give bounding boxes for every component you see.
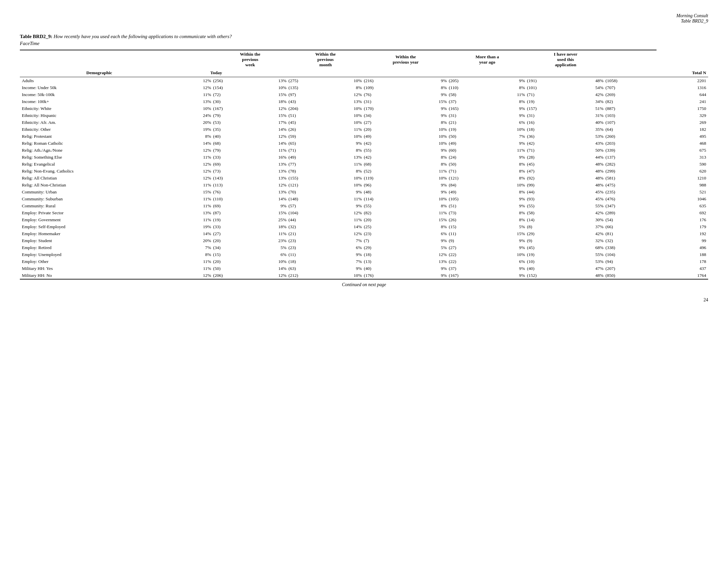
- table-header-top: Within thepreviousweek Within thepreviou…: [20, 50, 708, 69]
- col-header-never: I have neverused thisapplication: [526, 50, 605, 69]
- table-row: Adults12%(256)13%(275)10%(216)9%(205)9%(…: [20, 77, 708, 84]
- table-label: Table BRD2_9:: [20, 34, 52, 39]
- table-row: Income: 100k+13%(30)18%(43)13%(31)15%(37…: [20, 98, 708, 105]
- table-row: Employ: Other11%(20)10%(18)7%(13)13%(22)…: [20, 258, 708, 265]
- brand-name: Morning Consult: [676, 13, 708, 18]
- table-row: Ethnicity: White10%(167)12%(204)10%(170)…: [20, 105, 708, 112]
- table-row: Relig: All Non-Christian11%(113)12%(121)…: [20, 181, 708, 188]
- table-subtitle: FaceTime: [20, 41, 708, 46]
- table-row: Community: Suburban11%(110)14%(148)11%(1…: [20, 195, 708, 202]
- page-number: 24: [20, 298, 708, 303]
- table-row: Community: Urban15%(76)13%(70)9%(48)9%(4…: [20, 188, 708, 195]
- table-row: Relig: Non-Evang. Catholics12%(73)13%(78…: [20, 167, 708, 174]
- col-total-n: Total N: [657, 69, 708, 77]
- footer-continued: Continued on next page: [20, 282, 708, 288]
- data-table: Within thepreviousweek Within thepreviou…: [20, 50, 708, 279]
- table-row: Relig: All Christian12%(143)13%(155)10%(…: [20, 174, 708, 181]
- brand-header: Morning Consult Table BRD2_9: [20, 13, 708, 24]
- table-row: Relig: Something Else11%(33)16%(49)13%(4…: [20, 154, 708, 161]
- table-row: Income: Under 50k12%(154)10%(135)8%(109)…: [20, 84, 708, 91]
- col-header-year: Within theprevious year: [363, 50, 448, 69]
- col-header-month: Within thepreviousmonth: [288, 50, 363, 69]
- table-row: Employ: Government11%(19)25%(44)11%(20)1…: [20, 216, 708, 223]
- table-reference: Table BRD2_9: [681, 19, 708, 23]
- col-header-more-year: More than ayear ago: [448, 50, 526, 69]
- table-row: Employ: Student20%(20)23%(23)7%(7)9%(9)9…: [20, 237, 708, 244]
- table-row: Ethnicity: Hispanic24%(79)15%(51)10%(34)…: [20, 112, 708, 119]
- table-row: Ethnicity: Other19%(35)14%(26)11%(20)10%…: [20, 126, 708, 133]
- table-row: Employ: Retired7%(34)5%(23)6%(29)5%(27)9…: [20, 244, 708, 251]
- col-header-week: Within thepreviousweek: [212, 50, 288, 69]
- table-row: Military HH: No12%(206)12%(212)10%(176)9…: [20, 272, 708, 279]
- table-row: Employ: Private Sector13%(87)15%(104)12%…: [20, 209, 708, 216]
- table-row: Ethnicity: Afr. Am.20%(53)17%(45)10%(27)…: [20, 119, 708, 126]
- col-today: Today: [178, 69, 254, 77]
- col-demographic: Demographic: [20, 69, 178, 77]
- table-question: How recently have you used each the foll…: [54, 34, 232, 39]
- table-subheader: Demographic Today Total N: [20, 69, 708, 77]
- table-row: Relig: Protestant8%(40)12%(59)10%(49)10%…: [20, 133, 708, 140]
- table-title: Table BRD2_9: How recently have you used…: [20, 34, 708, 39]
- table-row: Community: Rural11%(69)9%(57)9%(55)8%(51…: [20, 202, 708, 209]
- table-row: Relig: Evangelical12%(69)13%(77)11%(68)8…: [20, 161, 708, 167]
- table-row: Relig: Roman Catholic14%(68)14%(65)9%(42…: [20, 140, 708, 147]
- table-row: Employ: Unemployed8%(15)6%(11)9%(18)12%(…: [20, 251, 708, 258]
- table-row: Employ: Homemaker14%(27)11%(21)12%(23)6%…: [20, 230, 708, 237]
- table-row: Military HH: Yes11%(50)14%(63)9%(40)9%(3…: [20, 265, 708, 272]
- table-row: Employ: Self-Employed19%(33)18%(32)14%(2…: [20, 223, 708, 230]
- table-row: Relig: Ath./Agn./None12%(79)11%(71)8%(55…: [20, 147, 708, 154]
- table-row: Income: 50k-100k11%(72)15%(97)12%(76)9%(…: [20, 91, 708, 98]
